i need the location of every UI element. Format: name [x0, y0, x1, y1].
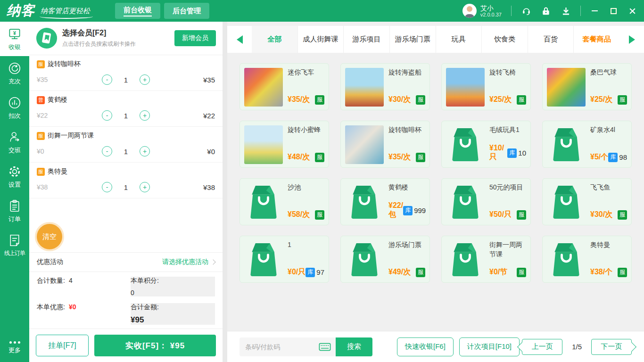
brand-slogan: 纳客管店更轻松 [41, 7, 90, 16]
item-name: 街舞一周两节课 [48, 132, 94, 140]
product-card[interactable]: 毛绒玩具1 ¥10/只 库 10 [441, 121, 531, 168]
hold-order-button[interactable]: 挂单[F7] [36, 335, 89, 356]
qty-plus-button[interactable]: + [140, 182, 150, 192]
item-total: ¥38 [172, 183, 215, 191]
search-button[interactable]: 搜索 [336, 337, 372, 356]
product-card[interactable]: 街舞一周两节课 ¥0/节 服 [441, 236, 531, 283]
service-badge: 服 [517, 210, 526, 220]
svg-text:¥: ¥ [13, 30, 16, 35]
qty-minus-button[interactable]: - [102, 74, 112, 85]
product-card[interactable]: 旋转小蜜蜂 ¥48/次 服 [239, 121, 329, 168]
item-name: 奥特曼 [48, 167, 67, 176]
sidebar: ¥ 收银 充次 扣次 交班 [0, 22, 29, 362]
sidebar-item-shift[interactable]: 交班 [0, 125, 29, 159]
product-card[interactable]: 飞飞鱼 ¥30/次 服 [542, 178, 632, 225]
maximize-button[interactable] [609, 7, 618, 15]
item-unit-price: ¥38 [37, 183, 80, 191]
product-card[interactable]: 50元的项目 ¥50/只 服 [441, 178, 531, 225]
product-image [446, 68, 485, 107]
catalog-panel: 全部 成人街舞课 游乐项目 游乐场门票 玩具 饮食类 百货 套餐商品 迷你飞车 … [227, 22, 644, 362]
service-badge: 服 [416, 153, 425, 162]
service-badge: 服 [618, 268, 627, 277]
close-button[interactable] [628, 7, 636, 15]
orders-icon [8, 199, 22, 213]
stock-badge: 库 [403, 206, 413, 215]
quick-cashier-button[interactable]: 快速收银[F6] [397, 337, 454, 356]
add-member-button[interactable]: 新增会员 [174, 30, 216, 46]
stock-badge: 库 [608, 153, 618, 162]
service-badge: 服 [315, 210, 324, 220]
stock-badge: 库 [507, 148, 517, 158]
category-prev-button[interactable] [227, 26, 252, 53]
qty-plus-button[interactable]: + [140, 110, 150, 121]
sidebar-item-recharge[interactable]: 充次 [0, 56, 29, 90]
next-page-button[interactable]: 下一页 [591, 339, 632, 355]
category-tab[interactable]: 游乐项目 [343, 26, 389, 53]
qty-minus-button[interactable]: - [102, 146, 112, 156]
product-card[interactable]: 沙池 ¥58/次 服 [239, 178, 329, 225]
tab-front-cashier[interactable]: 前台收银 [115, 3, 160, 19]
category-tab[interactable]: 成人街舞课 [297, 26, 344, 53]
chevron-right-icon [210, 259, 215, 264]
product-card[interactable]: 游乐场门票 ¥49/次 服 [340, 236, 430, 283]
tab-backend-manage[interactable]: 后台管理 [164, 3, 209, 19]
service-badge: 服 [517, 95, 526, 105]
keyboard-icon[interactable] [319, 342, 331, 352]
product-card[interactable]: 旋转咖啡杯 ¥35/次 服 [340, 121, 430, 168]
cart-item[interactable]: 服 街舞一周两节课 ¥0 - 1 + ¥0 [29, 127, 223, 163]
qty-plus-button[interactable]: + [140, 74, 150, 85]
stock-count: 97 [316, 268, 324, 276]
product-card[interactable]: 1 ¥0/只 库 97 [239, 236, 329, 283]
select-promo-link[interactable]: 请选择优惠活动 [162, 258, 215, 266]
user-name: 艾小 [480, 5, 502, 12]
sidebar-item-deduct[interactable]: 扣次 [0, 90, 29, 125]
bag-icon [244, 240, 283, 279]
sidebar-item-orders[interactable]: 订单 [0, 194, 29, 228]
support-icon[interactable] [521, 6, 531, 16]
sidebar-item-cashier[interactable]: ¥ 收银 [0, 22, 29, 56]
avatar [462, 4, 477, 18]
product-card[interactable]: 奥特曼 ¥38/个 服 [542, 236, 632, 283]
product-card[interactable]: 桑巴气球 ¥25/次 服 [542, 63, 632, 110]
lock-icon[interactable] [541, 6, 551, 16]
points-value: 0 [131, 289, 134, 296]
qty-minus-button[interactable]: - [102, 110, 112, 121]
service-badge: 服 [416, 268, 425, 277]
clear-cart-button[interactable]: 清空 [37, 224, 62, 249]
product-card[interactable]: 旋转海盗船 ¥30/次 服 [340, 63, 430, 110]
sidebar-item-settings[interactable]: 设置 [0, 159, 29, 194]
barcode-search-input[interactable] [245, 343, 319, 351]
category-bar: 全部 成人街舞课 游乐项目 游乐场门票 玩具 饮食类 百货 套餐商品 [227, 26, 644, 53]
category-next-button[interactable] [619, 26, 644, 53]
category-tab[interactable]: 饮食类 [481, 26, 528, 53]
user-account[interactable]: 艾小 v2.0.0.37 [462, 4, 502, 18]
qty-minus-button[interactable]: - [102, 182, 112, 192]
item-unit-price: ¥35 [37, 76, 80, 83]
category-tab[interactable]: 玩具 [436, 26, 482, 53]
category-tab[interactable]: 百货 [528, 26, 574, 53]
minimize-button[interactable] [590, 7, 599, 15]
service-badge: 服 [416, 95, 425, 105]
catalog-bottom-bar: 搜索 快速收银[F6] 计次项目[F10] 上一页 1/5 下一页 [227, 331, 644, 362]
product-card[interactable]: 矿泉水4l ¥5/个 库 98 [542, 121, 632, 168]
cart-item[interactable]: 普 黄鹤楼 ¥22 - 1 + ¥22 [29, 91, 223, 127]
category-tab-all[interactable]: 全部 [252, 26, 297, 53]
item-qty: 1 [123, 148, 129, 156]
cart-item[interactable]: 服 奥特曼 ¥38 - 1 + ¥38 [29, 163, 223, 198]
prev-page-button[interactable]: 上一页 [522, 339, 562, 355]
cart-item[interactable]: 服 旋转咖啡杯 ¥35 - 1 + ¥35 [29, 55, 223, 91]
category-tab-combo[interactable]: 套餐商品 [573, 26, 619, 53]
count-item-button[interactable]: 计次项目[F10] [459, 337, 520, 356]
qty-plus-button[interactable]: + [140, 146, 150, 156]
product-card[interactable]: 黄鹤楼 ¥22/包 库 999 [340, 178, 430, 225]
download-icon[interactable] [561, 6, 571, 16]
product-card[interactable]: 迷你飞车 ¥35/次 服 [239, 63, 329, 110]
member-select[interactable]: 选择会员[F2] 点击进行会员搜索或刷卡操作 新增会员 [29, 22, 223, 55]
item-type-badge: 普 [37, 96, 45, 104]
product-card[interactable]: 旋转飞椅 ¥25/次 服 [441, 63, 531, 110]
category-tab[interactable]: 游乐场门票 [389, 26, 436, 53]
sidebar-item-online-orders[interactable]: 线上订单 [0, 228, 29, 263]
checkout-button[interactable]: 实收[F5]： ¥95 [94, 335, 216, 356]
sidebar-item-more[interactable]: 更多 [0, 334, 29, 362]
service-badge: 服 [618, 210, 627, 220]
